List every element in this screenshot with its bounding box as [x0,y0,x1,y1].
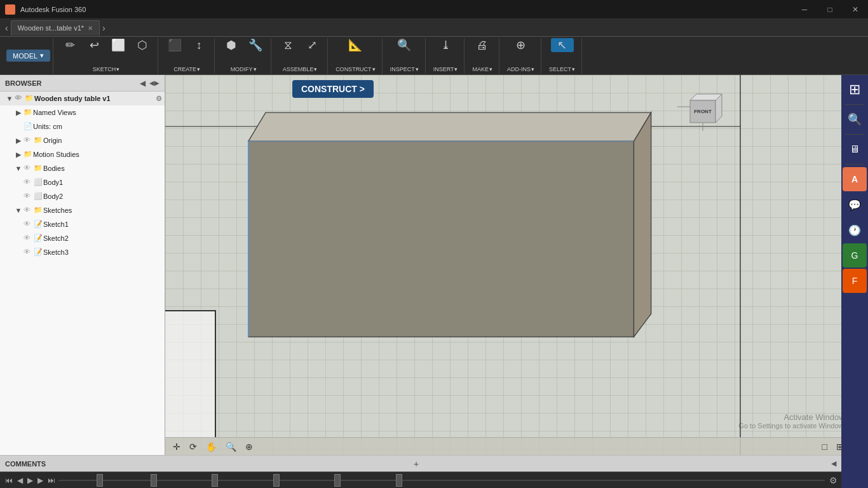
tree-item-sketch3[interactable]: 👁 📝 Sketch3 [0,245,165,259]
tree-item-origin[interactable]: ▶ 👁 📁 Origin [0,133,165,147]
insert-dropdown[interactable]: INSERT ▾ [431,65,461,74]
root-visibility-icon[interactable]: 👁 [15,94,24,103]
document-tab[interactable]: Wooden st...table v1* ✕ [11,20,100,36]
browser-collapse-btn[interactable]: ◀ [140,79,146,88]
close-button[interactable]: ✕ [843,0,868,19]
timeline-step-fwd[interactable]: ▶ [36,475,44,486]
inspect-dropdown[interactable]: INSPECT ▾ [388,65,421,74]
sketch-btn-2[interactable]: ↩ [83,38,105,52]
create-dropdown[interactable]: CREATE ▾ [171,65,203,74]
assemble-dropdown[interactable]: ASSEMBLE ▾ [280,65,320,74]
timeline-marker-3[interactable] [212,474,218,487]
model-dropdown-arrow: ▾ [40,51,44,60]
make-dropdown[interactable]: MAKE ▾ [470,65,495,74]
root-settings-icon[interactable]: ⚙ [156,95,162,103]
sketch-btn-4[interactable]: ⬡ [131,38,154,52]
tree-item-body1[interactable]: 👁 ⬜ Body1 [0,175,165,189]
model-button[interactable]: MODEL ▾ [6,50,50,62]
viewport-move-tool[interactable]: ✛ [170,440,183,453]
tree-item-motion-studies[interactable]: ▶ 📁 Motion Studies [0,147,165,161]
timeline-marker-4[interactable] [273,474,280,487]
body1-visibility-icon[interactable]: 👁 [24,178,32,187]
addins-btn-1[interactable]: ⊕ [510,38,532,52]
timeline-to-end[interactable]: ⏭ [46,475,57,486]
taskbar-fusion-icon[interactable]: A [843,167,867,191]
browser-expand-btn[interactable]: ◀▶ [149,79,159,86]
tab-scroll-left[interactable]: ‹ [3,23,11,33]
bodies-toggle[interactable]: ▼ [14,164,23,173]
sketch-btn-1[interactable]: ✏ [58,38,81,52]
assemble-btn-2[interactable]: ⤢ [301,38,323,52]
restore-button[interactable]: □ [817,0,843,19]
sketches-toggle[interactable]: ▼ [14,206,23,215]
select-dropdown[interactable]: SELECT ▾ [546,65,578,74]
viewport-search-icon[interactable]: ⊕ [243,440,255,453]
sketches-visibility-icon[interactable]: 👁 [24,206,32,215]
origin-toggle[interactable]: ▶ [14,136,23,145]
viewport-display-mode[interactable]: □ [820,440,830,453]
timeline-marker-5[interactable] [334,474,341,487]
insert-btn-1[interactable]: ⤓ [434,38,457,52]
assemble-label: ASSEMBLE [283,66,314,72]
addins-dropdown[interactable]: ADD-INS ▾ [505,65,537,74]
motion-studies-toggle[interactable]: ▶ [14,150,23,159]
named-views-toggle[interactable]: ▶ [14,108,23,117]
timeline-settings-icon[interactable]: ⚙ [829,475,837,485]
inspect-btn-1[interactable]: 🔍 [393,38,416,52]
select-btn-1[interactable]: ↖ [551,38,574,52]
body2-visibility-icon[interactable]: 👁 [24,192,32,201]
modify-btn-2[interactable]: 🔧 [244,38,267,52]
minimize-button[interactable]: ─ [792,0,817,19]
make-btn-1[interactable]: 🖨 [471,38,494,52]
construct-btn-1[interactable]: 📐 [344,38,367,52]
bodies-visibility-icon[interactable]: 👁 [24,164,32,173]
modify-btn-1[interactable]: ⬢ [220,38,243,52]
timeline-step-back[interactable]: ◀ [16,475,24,486]
taskbar-green-icon[interactable]: G [843,243,867,268]
viewport-orbit-icon[interactable]: ⟳ [187,440,200,453]
sketch1-visibility-icon[interactable]: 👁 [24,220,32,229]
construct-dropdown[interactable]: CONSTRUCT ▾ [333,65,378,74]
timeline-marker-2[interactable] [151,474,157,487]
tree-item-body2[interactable]: 👁 ⬜ Body2 [0,189,165,203]
tree-item-sketch2[interactable]: 👁 📝 Sketch2 [0,231,165,245]
taskbar-orange-icon[interactable]: F [843,269,867,293]
create-btn-1[interactable]: ⬛ [163,38,186,52]
construct-tooltip[interactable]: CONSTRUCT > [292,80,374,98]
windows-taskview-icon[interactable]: 🖥 [843,137,867,161]
sketch2-visibility-icon[interactable]: 👁 [24,234,32,243]
tab-close-button[interactable]: ✕ [88,25,93,32]
modify-dropdown[interactable]: MODIFY ▾ [228,65,259,74]
sketch-dropdown[interactable]: SKETCH ▾ [90,65,123,74]
comments-add-btn[interactable]: + [414,459,419,469]
view-cube[interactable]: FRONT [677,81,728,132]
create-btn-2[interactable]: ↕ [187,38,210,52]
windows-search-icon[interactable]: 🔍 [843,107,867,132]
windows-taskbar-panel: ⊞ 🔍 🖥 A 💬 🕐 G F ENG 09:43 PM 30-06-2017 [841,75,868,488]
bodies-label: Bodies [43,165,162,172]
tree-item-sketch1[interactable]: 👁 📝 Sketch1 [0,217,165,231]
assemble-btn-1[interactable]: ⧖ [276,38,299,52]
viewport-zoom-icon[interactable]: 🔍 [223,440,239,453]
tree-item-bodies[interactable]: ▼ 👁 📁 Bodies [0,161,165,175]
timeline-marker-6[interactable] [396,474,402,487]
viewport-pan-icon[interactable]: ✋ [203,440,219,453]
sketch-btn-3[interactable]: ⬜ [107,38,130,52]
windows-start-icon[interactable]: ⊞ [843,78,867,102]
taskbar-clock-icon[interactable]: 🕐 [843,218,867,242]
comments-collapse-btn[interactable]: ◀ [831,459,836,468]
tab-scroll-right[interactable]: › [100,23,108,33]
tree-item-sketches[interactable]: ▼ 👁 📁 Sketches [0,203,165,217]
3d-viewport[interactable]: CONSTRUCT > FRONT ✛ ⟳ ✋ 🔍 [165,75,868,455]
tree-item-units[interactable]: 📄 Units: cm [0,119,165,133]
timeline-play[interactable]: ▶ [26,475,34,486]
sketch3-visibility-icon[interactable]: 👁 [24,248,32,257]
origin-visibility-icon[interactable]: 👁 [24,136,32,145]
taskbar-chat-icon[interactable]: 💬 [843,193,867,217]
timeline-marker-1[interactable] [97,474,103,487]
root-toggle[interactable]: ▼ [5,94,14,103]
window-controls: ─ □ ✕ [792,0,868,19]
tree-root[interactable]: ▼ 👁 📁 Wooden study table v1 ⚙ [0,92,165,105]
timeline-to-start[interactable]: ⏮ [4,475,14,486]
tree-item-named-views[interactable]: ▶ 📁 Named Views [0,105,165,119]
